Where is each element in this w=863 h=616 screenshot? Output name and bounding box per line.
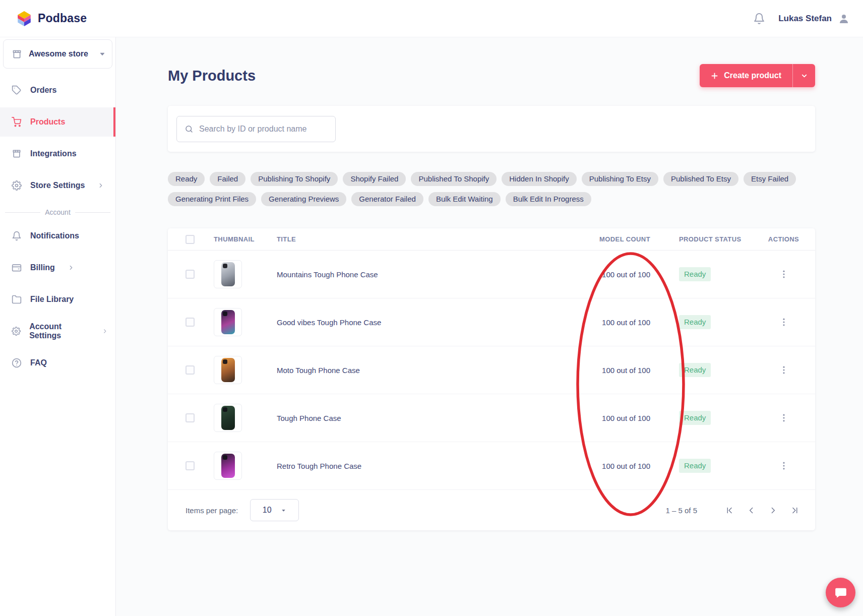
previous-page-button[interactable] [746,505,757,516]
select-all-checkbox[interactable] [186,235,195,244]
user-menu[interactable]: Lukas Stefan [778,13,850,25]
sidebar-item-file-library[interactable]: File Library [0,285,115,314]
row-actions-menu[interactable] [777,410,791,425]
sidebar-item-label: Store Settings [30,181,85,190]
product-thumbnail[interactable] [214,452,242,480]
model-count: 100 out of 100 [558,414,651,422]
gear-icon [12,180,22,191]
row-checkbox[interactable] [186,413,195,422]
chevron-right-icon [769,506,777,515]
product-thumbnail[interactable] [214,308,242,336]
row-actions-menu[interactable] [777,315,791,330]
phone-thumb [221,262,235,286]
model-count: 100 out of 100 [558,462,651,470]
phone-thumb [221,310,235,334]
product-title: Mountains Tough Phone Case [277,270,558,279]
product-title: Tough Phone Case [277,414,558,422]
tag-icon [12,85,22,95]
sidebar-item-faq[interactable]: FAQ [0,348,115,378]
column-header-model-count: MODEL COUNT [558,235,651,243]
wallet-icon [12,263,22,273]
product-title: Moto Tough Phone Case [277,366,558,375]
row-checkbox[interactable] [186,461,195,470]
items-per-page-label: Items per page: [186,506,238,515]
kebab-menu-icon [779,460,789,471]
filter-chip-published-to-etsy[interactable]: Published To Etsy [663,172,738,186]
first-page-icon [725,506,734,515]
column-header-product-status: PRODUCT STATUS [651,235,747,243]
create-product-dropdown-button[interactable] [793,64,815,87]
sidebar-item-label: Products [30,117,65,127]
search-card [168,106,815,152]
phone-thumb [221,406,235,430]
search-icon [184,125,194,134]
product-thumbnail[interactable] [214,404,242,432]
filter-chips-row-1: ReadyFailedPublishing To ShopifyShopify … [168,172,815,186]
table-body: Mountains Tough Phone Case 100 out of 10… [168,251,815,490]
search-input[interactable] [199,125,328,134]
filter-chip-bulk-edit-in-progress[interactable]: Bulk Edit In Progress [506,192,591,206]
notifications-bell-icon[interactable] [753,13,765,25]
filter-chip-generating-print-files[interactable]: Generating Print Files [168,192,256,206]
column-header-thumbnail: THUMBNAIL [214,235,277,243]
filter-chip-publishing-to-shopify[interactable]: Publishing To Shopify [251,172,338,186]
account-section-label: Account [45,208,71,216]
last-page-button[interactable] [789,505,800,516]
next-page-button[interactable] [768,505,778,516]
chevron-left-icon [747,506,756,515]
filter-chip-ready[interactable]: Ready [168,172,205,186]
first-page-button[interactable] [724,505,735,516]
storefront-icon [12,149,22,159]
storefront-icon [12,49,22,59]
chat-widget-button[interactable] [826,578,855,607]
sidebar-item-store-settings[interactable]: Store Settings [0,171,115,200]
store-selector[interactable]: Awesome store [3,39,112,69]
filter-chip-hidden-in-shopify[interactable]: Hidden In Shopify [502,172,576,186]
model-count: 100 out of 100 [558,318,651,327]
filter-chip-publishing-to-etsy[interactable]: Publishing To Etsy [582,172,658,186]
top-header: Podbase Lukas Stefan [0,0,863,37]
filter-chip-bulk-edit-waiting[interactable]: Bulk Edit Waiting [428,192,501,206]
chevron-right-icon [102,328,108,335]
items-per-page-select[interactable]: 10 [250,499,299,521]
sidebar-item-label: FAQ [30,358,47,367]
sidebar-item-label: Notifications [30,231,79,240]
create-product-button[interactable]: Create product [700,64,792,87]
sidebar-item-notifications[interactable]: Notifications [0,221,115,251]
filter-chip-generator-failed[interactable]: Generator Failed [351,192,423,206]
sidebar-item-account-settings[interactable]: Account Settings [0,317,115,346]
help-circle-icon [12,358,22,368]
filter-chips-row-2: Generating Print FilesGenerating Preview… [168,192,815,206]
row-checkbox[interactable] [186,365,195,375]
product-title: Good vibes Tough Phone Case [277,318,558,327]
chevron-down-icon [99,50,106,57]
filter-chip-etsy-failed[interactable]: Etsy Failed [744,172,796,186]
last-page-icon [790,506,799,515]
sidebar-item-billing[interactable]: Billing [0,253,115,282]
product-thumbnail[interactable] [214,260,242,288]
filter-chip-shopify-failed[interactable]: Shopify Failed [343,172,406,186]
gear-icon [12,326,21,336]
sidebar-item-products[interactable]: Products [0,107,115,137]
filter-chip-failed[interactable]: Failed [210,172,245,186]
filter-chip-published-to-shopify[interactable]: Published To Shopify [411,172,497,186]
row-actions-menu[interactable] [777,267,791,282]
status-badge: Ready [679,363,711,377]
table-row: Moto Tough Phone Case 100 out of 100 Rea… [168,346,815,394]
row-checkbox[interactable] [186,270,195,279]
filter-chip-generating-previews[interactable]: Generating Previews [261,192,346,206]
main-content: My Products Create product [116,37,863,616]
phone-thumb [221,454,235,478]
brand-name: Podbase [38,12,87,25]
podbase-cube-icon [17,11,32,27]
sidebar-item-integrations[interactable]: Integrations [0,139,115,168]
row-checkbox[interactable] [186,318,195,327]
row-actions-menu[interactable] [777,362,791,378]
status-badge: Ready [679,459,711,473]
sidebar-item-orders[interactable]: Orders [0,76,115,105]
chevron-down-icon [280,507,287,514]
row-actions-menu[interactable] [777,458,791,473]
table-row: Good vibes Tough Phone Case 100 out of 1… [168,298,815,346]
pagination-bar: Items per page: 10 1 – 5 of 5 [168,490,815,530]
product-thumbnail[interactable] [214,356,242,384]
